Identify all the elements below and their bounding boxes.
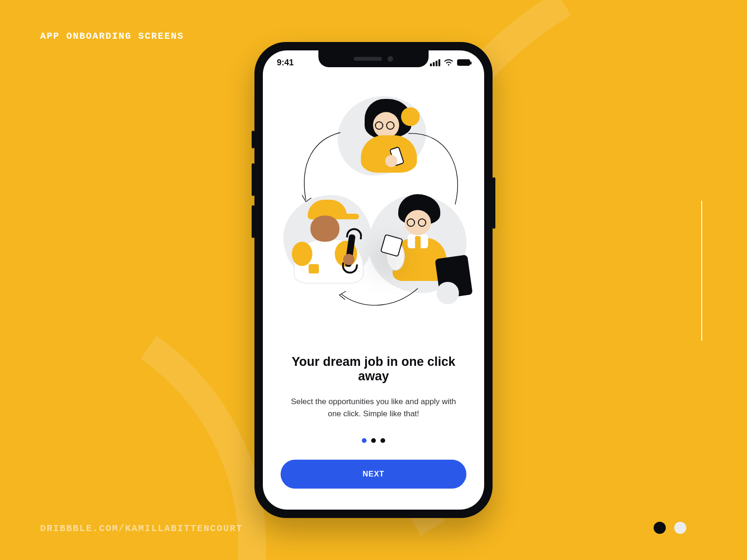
shape-blob <box>437 282 459 304</box>
onboarding-illustration <box>282 92 465 330</box>
illustration-person <box>366 191 468 299</box>
illustration-person <box>342 95 426 179</box>
color-palette <box>654 522 707 534</box>
page-title: APP ONBOARDING SCREENS <box>40 31 184 42</box>
illustration-person <box>282 194 375 292</box>
page-indicator[interactable] <box>281 438 466 443</box>
phone-volume-up <box>252 163 254 196</box>
battery-icon <box>457 59 470 66</box>
page-dot[interactable] <box>381 438 385 443</box>
phone-volume-down <box>252 205 254 238</box>
accent-line <box>701 201 702 341</box>
onboarding-subtitle: Select the opportunities you like and ap… <box>281 396 466 420</box>
arrow-path-icon <box>296 130 347 204</box>
color-swatch <box>674 522 686 534</box>
color-swatch <box>654 522 666 534</box>
cellular-signal-icon <box>430 59 440 66</box>
phone-silence-switch <box>252 131 254 148</box>
phone-mockup: 9:41 <box>254 42 493 518</box>
status-icons <box>430 59 470 66</box>
status-time: 9:41 <box>277 58 294 68</box>
footer-credit: DRIBBBLE.COM/KAMILLABITTENCOURT <box>40 523 243 534</box>
phone-power-button <box>493 177 495 229</box>
onboarding-content: Your dream job in one click away Select … <box>263 340 484 510</box>
color-swatch <box>695 522 707 534</box>
page-dot[interactable] <box>362 438 366 443</box>
wifi-icon <box>444 59 453 66</box>
page-dot[interactable] <box>371 438 376 443</box>
phone-screen: 9:41 <box>263 50 484 510</box>
status-bar: 9:41 <box>263 50 484 75</box>
onboarding-title: Your dream job in one click away <box>281 355 466 384</box>
next-button[interactable]: NEXT <box>281 460 466 489</box>
